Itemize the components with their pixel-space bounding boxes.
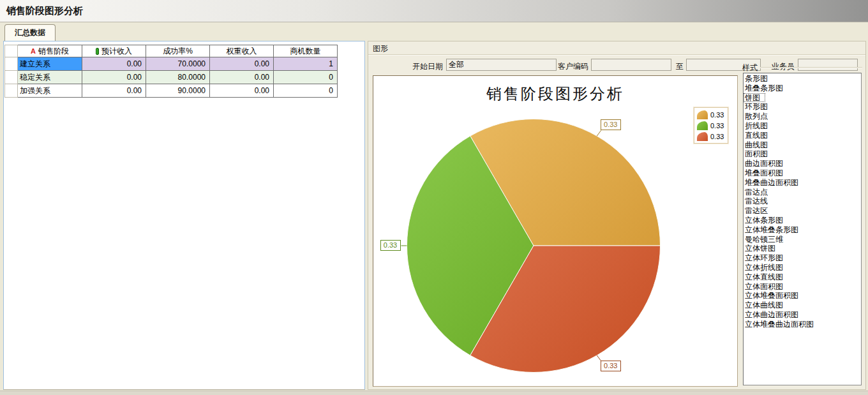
style-list-item[interactable]: 饼图 <box>744 93 765 103</box>
page-title: 销售阶段图形分析 <box>6 5 83 17</box>
style-list-item[interactable]: 立体饼图 <box>744 244 861 253</box>
value-cell[interactable]: 0.00 <box>82 71 146 84</box>
legend-entry: 0.33 <box>697 121 725 130</box>
style-list-item[interactable]: 立体堆叠条形图 <box>744 225 861 235</box>
customer-code-label: 客户编码 <box>558 61 588 72</box>
style-list-item[interactable]: 曲线图 <box>744 140 861 150</box>
style-list-item[interactable]: 立体环形图 <box>744 253 861 263</box>
style-list-item[interactable]: 立体面积图 <box>744 282 861 292</box>
graph-panel-caption: 图形 <box>373 43 388 54</box>
style-list-item[interactable]: 环形图 <box>744 102 861 112</box>
legend-label: 0.33 <box>710 122 724 130</box>
tab-summary-data[interactable]: 汇总数据 <box>4 24 56 41</box>
table-row: 稳定关系0.0080.00000.000 <box>5 71 338 84</box>
legend-entry: 0.33 <box>697 110 725 119</box>
column-header[interactable]: 权重收入 <box>210 45 274 57</box>
value-cell[interactable]: 70.0000 <box>146 57 210 71</box>
legend-swatch-icon <box>697 121 708 130</box>
column-header[interactable]: A销售阶段 <box>18 45 82 57</box>
value-cell[interactable]: 0.00 <box>210 84 274 98</box>
summary-panel: A销售阶段预计收入成功率%权重收入商机数量 建立关系0.0070.00000.0… <box>3 41 365 390</box>
customer-code-from-input[interactable] <box>591 59 671 71</box>
stage-cell[interactable]: 加强关系 <box>18 84 82 98</box>
pie-chart <box>373 76 737 386</box>
value-cell[interactable]: 0 <box>274 84 338 98</box>
stage-cell[interactable]: 建立关系 <box>18 57 82 71</box>
numeric-column-icon <box>96 48 99 55</box>
value-cell[interactable]: 80.0000 <box>146 71 210 84</box>
style-list-item[interactable]: 曲边面积图 <box>744 159 861 168</box>
chart-style-listbox[interactable]: 条形图堆叠条形图饼图环形图散列点折线图直线图曲线图面积图曲边面积图堆叠面积图堆叠… <box>743 73 862 385</box>
style-list-item[interactable]: 散列点 <box>744 112 861 121</box>
value-cell[interactable]: 0.00 <box>82 57 146 71</box>
pie-label-connector <box>597 130 601 136</box>
start-date-label: 开始日期 <box>412 61 443 72</box>
style-list-item[interactable]: 面积图 <box>744 149 861 159</box>
chart-area: 销售阶段图形分析 0.330.330.33 0.330.330.33 <box>373 75 738 387</box>
pie-slice-value-label: 0.33 <box>601 361 621 371</box>
style-list-item[interactable]: 立体曲边面积图 <box>744 310 861 320</box>
style-list-item[interactable]: 曼哈顿三维 <box>744 235 861 244</box>
style-list-item[interactable]: 雷达线 <box>744 197 861 206</box>
graph-panel: 图形 开始日期 客户编码 至 业务员 销售阶段图形分析 0.330.330.33… <box>368 41 866 390</box>
style-list-item[interactable]: 堆叠面积图 <box>744 168 861 178</box>
legend-label: 0.33 <box>710 111 724 119</box>
value-cell[interactable]: 0 <box>274 71 338 84</box>
value-cell[interactable]: 0.00 <box>210 57 274 71</box>
style-list-item[interactable]: 立体堆叠面积图 <box>744 291 861 301</box>
row-selector-header[interactable] <box>5 45 18 57</box>
value-cell[interactable]: 0.00 <box>210 71 274 84</box>
style-list-item[interactable]: 雷达区 <box>744 206 861 216</box>
value-cell[interactable]: 90.0000 <box>146 84 210 98</box>
value-cell[interactable]: 1 <box>274 57 338 71</box>
sort-letter-a-icon: A <box>31 47 36 55</box>
value-cell[interactable]: 0.00 <box>82 84 146 98</box>
legend-swatch-icon <box>697 110 708 119</box>
style-list-item[interactable]: 立体曲线图 <box>744 301 861 310</box>
style-list-item[interactable]: 条形图 <box>744 74 861 84</box>
style-group-caption-line <box>760 67 862 68</box>
style-list-item[interactable]: 直线图 <box>744 131 861 140</box>
legend-entry: 0.33 <box>697 132 725 141</box>
caption-separator <box>368 54 865 56</box>
legend-label: 0.33 <box>710 133 724 140</box>
pie-slice-value-label: 0.33 <box>601 119 621 130</box>
table-row: 加强关系0.0090.00000.000 <box>5 84 338 98</box>
style-group: 样式 条形图堆叠条形图饼图环形图散列点折线图直线图曲线图面积图曲边面积图堆叠面积… <box>741 64 864 389</box>
column-header[interactable]: 预计收入 <box>82 45 146 57</box>
pie-slice-value-label: 0.33 <box>380 240 401 251</box>
column-header[interactable]: 商机数量 <box>274 45 338 57</box>
style-list-item[interactable]: 立体条形图 <box>744 216 861 225</box>
style-list-item[interactable]: 立体折线图 <box>744 263 861 272</box>
row-selector[interactable] <box>5 84 18 98</box>
row-selector[interactable] <box>5 57 18 71</box>
table-row: 建立关系0.0070.00000.001 <box>5 57 338 71</box>
style-list-item[interactable]: 堆叠曲边面积图 <box>744 178 861 188</box>
start-date-input[interactable] <box>446 59 557 71</box>
sales-stage-table: A销售阶段预计收入成功率%权重收入商机数量 建立关系0.0070.00000.0… <box>4 45 338 98</box>
tab-strip: 汇总数据 <box>0 23 868 40</box>
row-selector[interactable] <box>5 71 18 84</box>
style-list-item[interactable]: 立体堆叠曲边面积图 <box>744 320 861 329</box>
style-list-item[interactable]: 雷达点 <box>744 188 861 197</box>
window-title-bar: 销售阶段图形分析 <box>0 0 868 22</box>
column-header[interactable]: 成功率% <box>146 45 210 57</box>
style-list-item[interactable]: 折线图 <box>744 121 861 131</box>
style-group-caption: 样式 <box>742 63 758 73</box>
legend-swatch-icon <box>697 132 708 141</box>
style-list-item[interactable]: 堆叠条形图 <box>744 84 861 93</box>
window-bottom-edge <box>0 391 868 395</box>
style-list-item[interactable]: 立体直线图 <box>744 272 861 282</box>
stage-cell[interactable]: 稳定关系 <box>18 71 82 84</box>
to-label: 至 <box>676 61 684 72</box>
table-header-row: A销售阶段预计收入成功率%权重收入商机数量 <box>5 45 338 57</box>
chart-legend: 0.330.330.33 <box>694 107 728 144</box>
